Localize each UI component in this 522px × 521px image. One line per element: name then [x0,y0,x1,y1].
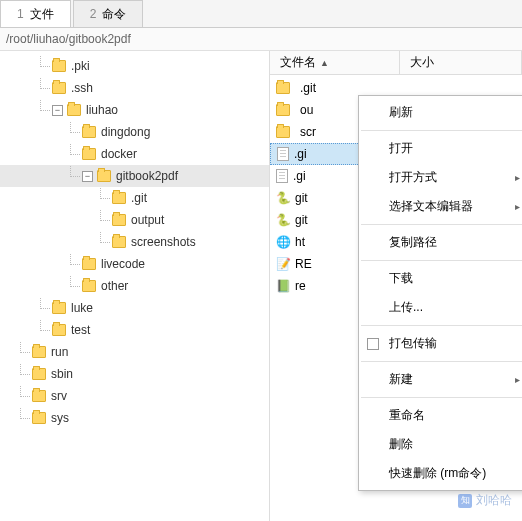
zhihu-icon: 知 [458,494,472,508]
folder-icon [276,104,290,116]
watermark: 知 刘哈哈 [458,492,512,509]
tab-number: 1 [17,7,24,21]
tabs-bar: 1 文件 2 命令 [0,0,522,28]
menu-select-editor[interactable]: 选择文本编辑器▸ [359,192,522,221]
html-file-icon: 🌐 [276,235,290,249]
file-name: git [295,213,308,227]
folder-icon [32,346,46,358]
chevron-right-icon: ▸ [515,201,520,212]
tree-node-label: srv [51,389,67,403]
tab-commands[interactable]: 2 命令 [73,0,144,27]
menu-copy-path[interactable]: 复制路径 [359,228,522,257]
folder-icon [97,170,111,182]
chevron-right-icon: ▸ [515,172,520,183]
tree-node[interactable]: sys [0,407,269,429]
tree-node-label: dingdong [101,125,150,139]
tree-node[interactable]: test [0,319,269,341]
folder-icon [67,104,81,116]
document-icon [276,169,288,183]
folder-icon [52,324,66,336]
file-name: ht [295,235,305,249]
folder-icon [276,126,290,138]
tab-number: 2 [90,7,97,21]
md-file-icon: 📝 [276,257,290,271]
file-name: scr [300,125,316,139]
sort-asc-icon: ▲ [320,58,329,68]
menu-refresh[interactable]: 刷新 [359,98,522,127]
menu-open-with[interactable]: 打开方式▸ [359,163,522,192]
tree-node-label: sys [51,411,69,425]
tree-node-label: .ssh [71,81,93,95]
list-header: 文件名 ▲ 大小 [270,51,522,75]
folder-icon [112,236,126,248]
path-breadcrumb[interactable]: /root/liuhao/gitbook2pdf [0,28,522,51]
menu-new[interactable]: 新建▸ [359,365,522,394]
tree-node[interactable]: srv [0,385,269,407]
folder-tree[interactable]: .pki.ssh−liuhaodingdongdocker−gitbook2pd… [0,51,270,521]
menu-rename[interactable]: 重命名 [359,401,522,430]
tree-node-label: liuhao [86,103,118,117]
tree-node-label: livecode [101,257,145,271]
menu-delete[interactable]: 删除 [359,430,522,459]
tab-files[interactable]: 1 文件 [0,0,71,27]
folder-icon [82,280,96,292]
tree-node[interactable]: .pki [0,55,269,77]
file-name: .gi [293,169,306,183]
file-name: git [295,191,308,205]
folder-icon [82,126,96,138]
tree-node-label: screenshots [131,235,196,249]
tree-node[interactable]: dingdong [0,121,269,143]
menu-upload[interactable]: 上传... [359,293,522,322]
tree-node[interactable]: luke [0,297,269,319]
tree-node-label: .pki [71,59,90,73]
file-name: .git [300,81,316,95]
folder-icon [52,60,66,72]
file-name: .gi [294,147,307,161]
tab-label: 文件 [30,6,54,23]
tree-node[interactable]: output [0,209,269,231]
tree-node-label: run [51,345,68,359]
tree-node[interactable]: other [0,275,269,297]
column-filename[interactable]: 文件名 ▲ [270,51,400,74]
folder-icon [52,302,66,314]
tree-node[interactable]: livecode [0,253,269,275]
tree-node[interactable]: .git [0,187,269,209]
py-file-icon: 🐍 [276,213,290,227]
folder-icon [82,148,96,160]
file-name: RE [295,257,312,271]
document-icon [277,147,289,161]
file-name: ou [300,103,313,117]
tree-node[interactable]: .ssh [0,77,269,99]
collapse-icon[interactable]: − [82,171,93,182]
tree-node[interactable]: −liuhao [0,99,269,121]
folder-icon [82,258,96,270]
menu-download[interactable]: 下载 [359,264,522,293]
menu-quick-delete[interactable]: 快速删除 (rm命令) [359,459,522,488]
folder-icon [112,192,126,204]
tree-node[interactable]: run [0,341,269,363]
py-file-icon: 🐍 [276,191,290,205]
tree-node[interactable]: sbin [0,363,269,385]
menu-open[interactable]: 打开 [359,134,522,163]
folder-icon [112,214,126,226]
folder-icon [32,412,46,424]
column-size[interactable]: 大小 [400,51,522,74]
txt-file-icon: 📗 [276,279,290,293]
menu-pack-transfer[interactable]: 打包传输 [359,329,522,358]
tree-node[interactable]: −gitbook2pdf [0,165,269,187]
tab-label: 命令 [102,6,126,23]
tree-node[interactable]: screenshots [0,231,269,253]
folder-icon [276,82,290,94]
folder-icon [32,368,46,380]
tree-node[interactable]: docker [0,143,269,165]
tree-node-label: output [131,213,164,227]
tree-node-label: sbin [51,367,73,381]
context-menu: 刷新 打开 打开方式▸ 选择文本编辑器▸ 复制路径 下载 上传... 打包传输 … [358,95,522,491]
tree-node-label: luke [71,301,93,315]
tree-node-label: gitbook2pdf [116,169,178,183]
tree-node-label: test [71,323,90,337]
checkbox-icon [367,338,379,350]
collapse-icon[interactable]: − [52,105,63,116]
folder-icon [52,82,66,94]
tree-node-label: other [101,279,128,293]
